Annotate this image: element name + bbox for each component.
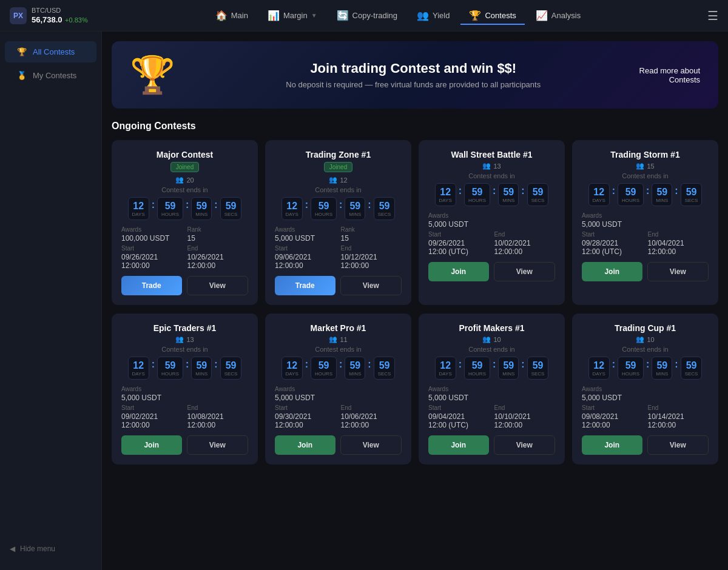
participants-count: 13 [186,336,194,343]
join-button[interactable]: Join [428,262,489,281]
separator-3: : [521,186,524,196]
view-button[interactable]: View [340,276,402,295]
participants-icon: 👥 [175,176,184,184]
start-date: 09/26/202112:00 (UTC) [428,239,490,256]
trade-button[interactable]: Trade [121,276,182,295]
read-more-link[interactable]: Read more about [639,66,700,75]
hours-label: Hours [622,371,639,377]
awards-value: 5,000 USDT [582,220,643,229]
sidebar-item-my-contests[interactable]: 🥇 My Contests [5,65,96,86]
nav-analysis[interactable]: 📈 Analysis [527,6,589,25]
contest-card: Market Pro #1 👥 11 Contest ends in 12 Da… [265,314,411,464]
mins-block: 59 Mins [345,197,365,220]
separator-2: : [646,186,649,196]
separator-3: : [368,359,371,370]
contest-name: Trading Storm #1 [610,150,679,159]
hours-value: 59 [161,360,179,371]
nav-margin[interactable]: 📊 Margin ▼ [259,6,326,25]
analysis-icon: 📈 [536,10,548,21]
view-button[interactable]: View [340,435,402,455]
card-details: Awards 5,000 USDT Start 09/26/202112:00 … [428,212,555,256]
contest-name: Market Pro #1 [311,323,366,333]
awards-item: Awards 5,000 USDT [121,386,183,402]
view-button[interactable]: View [494,435,556,455]
secs-label: Secs [224,371,238,377]
nav-main[interactable]: 🏠 Main [207,6,257,25]
join-button[interactable]: Join [121,435,182,455]
separator-2: : [186,200,189,210]
hide-menu-label: Hide menu [20,545,55,553]
joined-badge: Joined [170,162,199,172]
participants-icon: 👥 [329,335,337,343]
contest-name: Major Contest [157,150,213,159]
join-button[interactable]: Join [428,435,489,455]
mins-value: 59 [349,200,361,212]
participants-icon: 👥 [482,335,491,343]
banner-link[interactable]: Read more about Contests [639,66,700,84]
sidebar-item-all-contests[interactable]: 🏆 All Contests [5,41,96,62]
view-button[interactable]: View [187,435,249,455]
separator-3: : [675,186,678,196]
nav-copy-trading[interactable]: 🔄 Copy-trading [328,6,406,25]
days-label: Days [439,198,452,203]
card-buttons: Join View [428,262,555,281]
view-button[interactable]: View [647,262,709,281]
separator-2: : [493,186,496,196]
contest-ends-label: Contest ends in [161,346,207,353]
participants: 👥 13 [482,162,500,170]
contest-card: Epic Traders #1 👥 13 Contest ends in 12 … [112,314,258,464]
contest-card: Wall Street Battle #1 👥 13 Contest ends … [419,140,565,305]
nav-contests[interactable]: 🏆 Contests [460,6,524,25]
card-details: Awards 5,000 USDT Start 09/30/202112:00:… [275,386,402,429]
hide-menu-button[interactable]: ◀ Hide menu [0,537,101,560]
end-date: 10/08/202112:00:00 [187,412,249,429]
mins-label: Mins [195,371,207,377]
countdown: 12 Days : 59 Hours : 59 Mins : 59 Secs [128,197,242,220]
nav-items: 🏠 Main 📊 Margin ▼ 🔄 Copy-trading 👥 Yield… [89,6,707,25]
end-item: End 10/06/202112:00:00 [341,404,402,429]
mins-value: 59 [502,186,514,198]
days-label: Days [286,371,298,377]
hamburger-menu[interactable]: ☰ [707,8,718,23]
start-date: 09/02/202112:00:00 [121,412,183,429]
trade-button[interactable]: Trade [275,276,335,295]
hours-block: 59 Hours [311,357,337,380]
view-button[interactable]: View [187,276,249,295]
my-contests-label: My Contests [33,71,76,80]
days-block: 12 Days [588,183,610,206]
join-button[interactable]: Join [582,262,642,281]
end-item: End 10/12/202112:00:00 [341,245,402,270]
start-date: 09/08/202112:00:00 [582,412,643,429]
end-date: 10/26/202112:00:00 [187,253,249,270]
nav-copy-trading-label: Copy-trading [352,11,397,20]
contest-name: Profit Makers #1 [459,323,524,333]
contest-ends-label: Contest ends in [468,172,514,179]
start-date: 09/04/202112:00 (UTC) [428,412,490,429]
logo-icon[interactable]: PX [10,7,27,24]
participants-count: 20 [186,176,194,184]
join-button[interactable]: Join [275,435,335,455]
mins-value: 59 [349,360,361,371]
trophy-sidebar-icon: 🏆 [17,47,27,56]
participants-icon: 👥 [636,162,644,170]
hours-label: Hours [468,198,486,203]
hours-label: Hours [315,371,332,377]
contest-name: Wall Street Battle #1 [451,150,532,159]
mins-block: 59 Mins [498,357,519,380]
view-button[interactable]: View [647,435,709,455]
join-button[interactable]: Join [582,435,642,455]
end-date: 10/14/202112:00:00 [648,412,709,429]
participants-icon: 👥 [329,176,337,184]
start-item: Start 09/30/202112:00:00 [275,404,336,429]
participants-icon: 👥 [636,335,644,343]
nav-yield[interactable]: 👥 Yield [408,6,458,25]
days-block: 12 Days [128,357,149,380]
view-button[interactable]: View [494,262,556,281]
hours-value: 59 [315,200,332,212]
contest-name: Epic Traders #1 [153,323,217,333]
end-label: End [187,245,249,252]
end-label: End [494,231,556,238]
separator-3: : [521,359,524,370]
read-more-text: Read more about [639,66,700,75]
chevron-down-icon: ▼ [311,12,317,19]
